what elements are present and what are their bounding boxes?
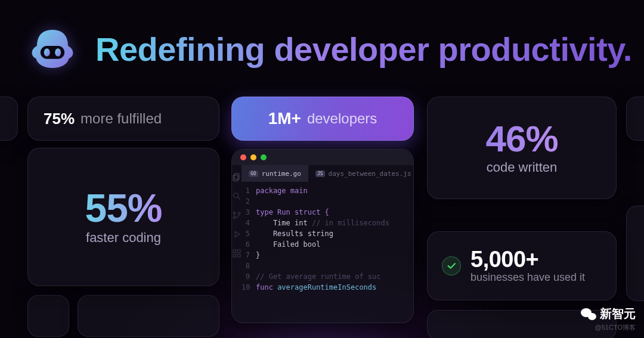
deco-card — [27, 295, 69, 337]
svg-rect-11 — [233, 254, 236, 257]
code-func: averageRuntimeInSeconds — [277, 282, 376, 293]
stat-value: 55% — [85, 188, 162, 228]
check-circle-icon — [442, 256, 461, 275]
copilot-logo-icon — [27, 24, 78, 74]
svg-point-1 — [44, 48, 50, 56]
stat-value: 46% — [485, 120, 558, 157]
stat-label: businesses have used it — [470, 271, 585, 284]
svg-rect-12 — [237, 254, 240, 257]
tab-label: runtime.go — [262, 170, 301, 178]
deco-card — [78, 295, 219, 337]
deco-card — [0, 97, 18, 141]
svg-rect-10 — [237, 250, 240, 253]
stat-label: developers — [307, 110, 377, 127]
svg-rect-4 — [233, 175, 238, 181]
stat-value: 1M+ — [268, 109, 301, 128]
svg-point-6 — [233, 212, 235, 213]
editor-titlebar — [232, 150, 413, 165]
code-line: package main — [256, 185, 308, 196]
traffic-light-close-icon — [240, 154, 246, 160]
deco-card — [626, 97, 644, 141]
wechat-icon — [581, 306, 596, 322]
stat-value: 75% — [44, 110, 75, 128]
tab-label: days_between_dates.js — [329, 170, 411, 178]
stat-card-code-written: 46% code written — [427, 97, 617, 199]
editor-tab-active: GO runtime.go — [242, 165, 308, 182]
watermark: 新智元 @51CTO博客 — [581, 306, 636, 332]
code-line: } — [256, 250, 260, 261]
svg-rect-9 — [233, 250, 236, 253]
lang-badge: JS — [315, 170, 325, 177]
git-branch-icon — [232, 210, 242, 220]
stat-label: faster coding — [86, 230, 161, 246]
extensions-icon — [232, 249, 242, 258]
code-editor-card: GO runtime.go JS days_between_dates.js 1… — [231, 149, 414, 323]
stat-label: more fulfilled — [80, 110, 162, 127]
stat-card-faster: 55% faster coding — [27, 148, 219, 286]
svg-point-2 — [55, 48, 61, 56]
stat-card-developers: 1M+ developers — [231, 97, 414, 141]
code-block: 1package main 2 3type Run struct { 4 Tim… — [242, 182, 414, 293]
code-keyword: func — [256, 282, 277, 293]
traffic-light-minimize-icon — [250, 154, 256, 160]
debug-icon — [232, 230, 242, 239]
files-icon — [232, 172, 242, 182]
deco-card — [626, 206, 644, 301]
svg-point-8 — [238, 212, 240, 214]
lang-badge: GO — [249, 170, 258, 177]
editor-tab-inactive: JS days_between_dates.js — [308, 165, 414, 182]
stat-card-fulfilled: 75% more fulfilled — [27, 97, 219, 141]
svg-point-5 — [234, 193, 239, 198]
code-line: Results string — [256, 228, 333, 239]
code-comment: // in milliseconds — [308, 218, 389, 228]
watermark-sub: @51CTO博客 — [595, 323, 636, 332]
page-headline: Redefining developer productivity. — [95, 30, 632, 69]
editor-activity-bar — [232, 165, 242, 323]
stat-card-businesses: 5,000+ businesses have used it — [427, 231, 617, 300]
code-comment: // Get average runtime of suc — [256, 271, 381, 282]
svg-rect-3 — [234, 173, 239, 179]
code-line: Failed bool — [256, 239, 320, 250]
traffic-light-zoom-icon — [261, 154, 267, 160]
stat-label: code written — [487, 160, 558, 175]
svg-point-7 — [233, 216, 235, 218]
watermark-name: 新智元 — [600, 306, 636, 322]
stat-value: 5,000+ — [470, 248, 585, 272]
search-icon — [232, 191, 242, 201]
code-line: Time int — [256, 218, 308, 228]
code-line: type Run struct { — [256, 207, 329, 218]
